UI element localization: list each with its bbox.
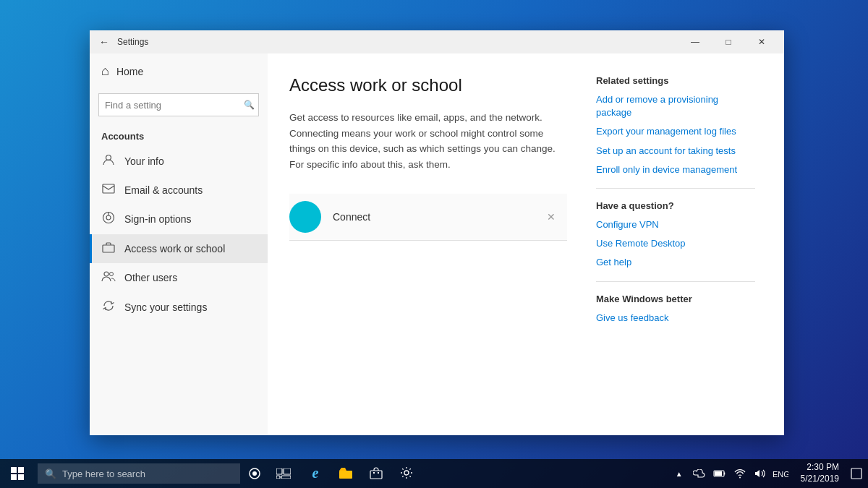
email-icon xyxy=(101,184,116,197)
connect-avatar xyxy=(289,201,321,233)
svg-rect-21 xyxy=(378,472,379,474)
taskbar-search-placeholder: Type here to search xyxy=(62,468,145,479)
svg-rect-18 xyxy=(339,471,352,479)
clock-time: 2:30 PM xyxy=(807,462,839,474)
svg-point-13 xyxy=(252,471,257,476)
sync-icon xyxy=(101,299,116,315)
tray-chevron[interactable]: ▲ xyxy=(671,459,688,488)
signin-icon xyxy=(101,211,116,227)
sync-label: Sync your settings xyxy=(124,301,207,313)
search-box: 🔍 xyxy=(98,93,259,116)
question-link-2[interactable]: Get help xyxy=(596,256,755,269)
svg-rect-5 xyxy=(103,245,114,252)
divider-1 xyxy=(596,188,755,189)
taskbar-settings[interactable] xyxy=(392,459,421,488)
task-view-button[interactable] xyxy=(269,459,298,488)
your-info-label: Your info xyxy=(124,155,164,167)
signin-label: Sign-in options xyxy=(124,213,192,225)
related-settings-title: Related settings xyxy=(596,75,755,86)
window-title: Settings xyxy=(117,37,678,47)
svg-rect-1 xyxy=(103,184,114,193)
svg-rect-19 xyxy=(370,471,382,479)
taskbar-search-icon: 🔍 xyxy=(45,468,56,479)
better-title: Make Windows better xyxy=(596,294,755,304)
page-title: Access work or school xyxy=(289,75,567,95)
svg-point-6 xyxy=(104,272,109,276)
close-button[interactable]: ✕ xyxy=(745,30,778,53)
svg-point-25 xyxy=(739,477,741,479)
access-work-icon xyxy=(101,241,116,256)
window-controls: — □ ✕ xyxy=(678,30,778,53)
related-link-3[interactable]: Enroll only in device management xyxy=(596,163,755,176)
sidebar: ⌂ Home 🔍 Accounts Your info xyxy=(90,53,268,435)
settings-window: ← Settings — □ ✕ ⌂ Home 🔍 Accounts xyxy=(90,30,784,435)
battery-icon[interactable] xyxy=(711,459,728,488)
related-link-1[interactable]: Export your management log files xyxy=(596,125,755,138)
other-users-icon xyxy=(101,270,116,285)
home-icon: ⌂ xyxy=(101,64,109,79)
access-work-label: Access work or school xyxy=(124,243,225,254)
window-body: ⌂ Home 🔍 Accounts Your info xyxy=(90,53,784,435)
system-tray: ▲ xyxy=(665,459,795,488)
svg-rect-16 xyxy=(276,476,280,479)
svg-point-7 xyxy=(110,273,114,276)
page-description: Get access to resources like email, apps… xyxy=(289,110,567,172)
better-link-0[interactable]: Give us feedback xyxy=(596,312,755,325)
sidebar-item-signin[interactable]: Sign-in options xyxy=(90,204,268,234)
minimize-button[interactable]: — xyxy=(678,30,712,53)
sidebar-item-email[interactable]: Email & accounts xyxy=(90,176,268,204)
your-info-icon xyxy=(101,153,116,169)
home-label: Home xyxy=(116,66,143,77)
svg-point-3 xyxy=(106,215,111,220)
taskbar-apps: e xyxy=(298,459,665,488)
taskbar-search-box[interactable]: 🔍 Type here to search xyxy=(38,463,240,484)
taskbar-edge[interactable]: e xyxy=(301,459,330,488)
divider-2 xyxy=(596,281,755,282)
question-title: Have a question? xyxy=(596,200,755,211)
sidebar-item-other[interactable]: Other users xyxy=(90,263,268,292)
clock-date: 5/21/2019 xyxy=(801,474,839,485)
maximize-button[interactable]: □ xyxy=(712,30,745,53)
search-input[interactable] xyxy=(98,93,259,116)
connect-button[interactable]: Connect xyxy=(333,211,370,223)
svg-rect-14 xyxy=(276,468,282,474)
taskbar-explorer[interactable] xyxy=(331,459,360,488)
svg-rect-24 xyxy=(715,471,722,476)
sidebar-item-your-info[interactable]: Your info xyxy=(90,146,268,176)
main-content: Access work or school Get access to reso… xyxy=(268,53,784,435)
taskbar-store[interactable] xyxy=(362,459,391,488)
onedrive-icon[interactable] xyxy=(691,459,708,488)
sidebar-item-access-work[interactable]: Access work or school xyxy=(90,234,268,263)
svg-rect-9 xyxy=(18,467,24,473)
other-users-label: Other users xyxy=(124,272,177,283)
system-clock[interactable]: 2:30 PM 5/21/2019 xyxy=(795,459,845,488)
svg-rect-17 xyxy=(281,476,291,479)
language-icon[interactable]: ENG xyxy=(772,459,789,488)
sidebar-item-sync[interactable]: Sync your settings xyxy=(90,292,268,322)
question-link-1[interactable]: Use Remote Desktop xyxy=(596,237,755,250)
svg-rect-27 xyxy=(851,468,861,479)
related-link-0[interactable]: Add or remove a provisioning package xyxy=(596,93,755,119)
svg-rect-11 xyxy=(18,474,24,480)
desktop: ← Settings — □ ✕ ⌂ Home 🔍 Accounts xyxy=(0,0,868,488)
related-link-2[interactable]: Set up an account for taking tests xyxy=(596,145,755,158)
svg-rect-15 xyxy=(284,468,291,474)
sidebar-home[interactable]: ⌂ Home xyxy=(90,53,268,89)
cortana-button[interactable] xyxy=(240,459,269,488)
sidebar-section-label: Accounts xyxy=(90,125,268,146)
network-icon[interactable] xyxy=(731,459,749,488)
main-left: Access work or school Get access to reso… xyxy=(289,75,567,414)
back-button[interactable]: ← xyxy=(95,33,113,51)
svg-rect-20 xyxy=(373,472,375,474)
svg-point-22 xyxy=(404,471,409,475)
email-label: Email & accounts xyxy=(124,184,203,196)
notification-center[interactable] xyxy=(845,459,868,488)
search-icon: 🔍 xyxy=(244,100,255,110)
connect-close-icon[interactable]: ✕ xyxy=(547,211,556,223)
svg-text:ENG: ENG xyxy=(773,470,788,479)
question-link-0[interactable]: Configure VPN xyxy=(596,218,755,231)
connect-row: Connect ✕ xyxy=(289,194,567,241)
start-button[interactable] xyxy=(0,459,35,488)
title-bar: ← Settings — □ ✕ xyxy=(90,30,784,53)
volume-icon[interactable] xyxy=(752,459,769,488)
